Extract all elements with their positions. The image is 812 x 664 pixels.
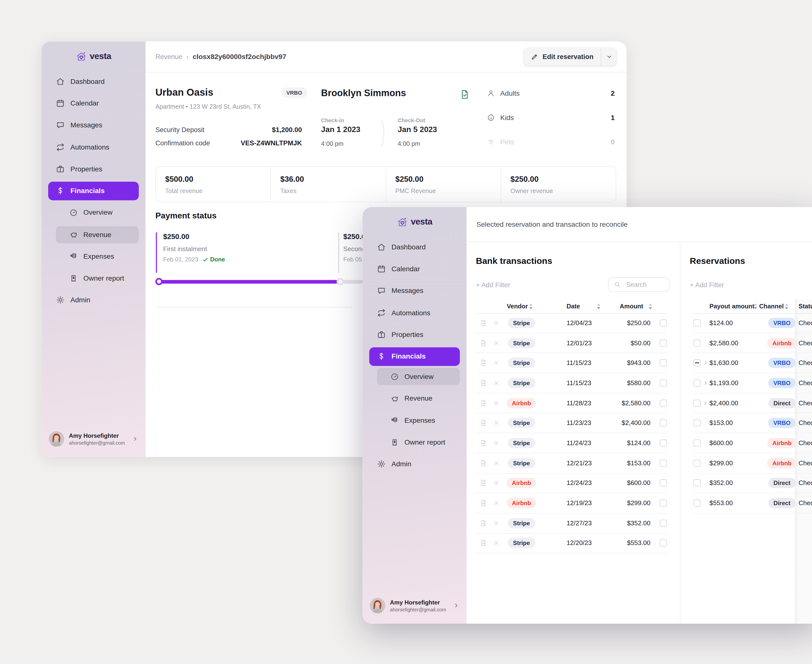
dismiss-icon[interactable] [493,360,500,366]
file-export-icon[interactable] [479,339,488,347]
row-checkbox[interactable] [693,419,701,426]
sidebar-item-calendar[interactable]: Calendar [369,258,460,280]
add-filter-link[interactable]: + Add Filter [690,281,724,289]
sidebar-item-properties[interactable]: Properties [369,324,460,345]
sidebar-item-overview[interactable]: Overview [48,202,139,223]
column-amount[interactable]: Amount [620,303,643,309]
sidebar-item-financials[interactable]: Financials [48,182,139,200]
sidebar-item-expenses[interactable]: Expenses [369,410,460,431]
expand-chevron-icon[interactable] [703,380,708,386]
sidebar-item-admin[interactable]: Admin [48,289,139,311]
sort-icon[interactable] [648,303,652,309]
bank-transaction-row[interactable]: Stripe 12/01/23 $50.00 [476,333,667,353]
dismiss-icon[interactable] [493,420,500,426]
sidebar-item-dashboard[interactable]: Dashboard [48,70,139,92]
column-vendor[interactable]: Vendor [507,303,528,309]
reservation-row[interactable]: $1,630.00 VRBO Chec [693,353,812,373]
reservation-row[interactable]: $2,580.00 Airbnb Chec [693,333,812,353]
sidebar-item-messages[interactable]: Messages [369,280,460,302]
reservation-row[interactable]: $1,193.00 VRBO Chec [693,373,812,393]
column-payout-amount[interactable]: Payout amount [709,303,754,309]
user-profile[interactable]: Amy Horsefighter ahorsefighter@gmail.com [41,431,145,457]
dismiss-icon[interactable] [493,480,500,487]
reservation-row[interactable]: $600.00 Airbnb Chec [693,433,812,453]
file-export-icon[interactable] [479,519,488,527]
column-date[interactable]: Date [566,303,580,309]
expand-chevron-icon[interactable] [703,400,708,406]
reservation-row[interactable]: $2,400.00 Direct Chec [693,393,812,413]
row-checkbox[interactable] [660,379,667,386]
file-export-icon[interactable] [479,539,488,547]
sidebar-item-admin[interactable]: Admin [369,453,460,475]
bank-transaction-row[interactable]: Stripe 12/21/23 $153.00 [476,453,667,473]
dismiss-icon[interactable] [493,340,500,346]
file-export-icon[interactable] [479,419,488,427]
sidebar-item-owner-report[interactable]: Owner report [48,267,139,289]
reservation-row[interactable]: $124.00 VRBO Chec [693,313,812,333]
sidebar-item-revenue[interactable]: Revenue [56,226,139,243]
row-checkbox[interactable] [693,319,701,326]
row-checkbox[interactable] [660,480,667,487]
row-checkbox[interactable] [693,439,701,447]
bank-transaction-row[interactable]: Stripe 12/04/23 $250.00 [476,313,667,333]
row-checkbox[interactable] [693,459,701,467]
sort-icon[interactable] [753,303,758,309]
row-checkbox[interactable] [660,439,667,447]
sidebar-item-revenue[interactable]: Revenue [369,387,460,410]
sort-icon[interactable] [597,303,601,309]
sidebar-item-automations[interactable]: Automations [369,302,460,324]
row-checkbox[interactable] [660,419,667,426]
sidebar-item-automations[interactable]: Automations [48,136,139,158]
row-checkbox[interactable] [660,319,667,326]
bank-transaction-row[interactable]: Airbnb 11/28/23 $2,580.00 [476,393,667,413]
edit-reservation-dropdown[interactable] [601,54,616,60]
bank-transaction-row[interactable]: Stripe 11/24/23 $124.00 [476,433,667,453]
file-export-icon[interactable] [479,319,488,327]
column-channel[interactable]: Channel [759,303,784,309]
bank-transaction-row[interactable]: Stripe 11/15/23 $580.00 [476,373,667,393]
row-checkbox[interactable] [660,459,667,467]
dismiss-icon[interactable] [493,380,500,386]
expand-chevron-icon[interactable] [703,360,708,366]
file-export-icon[interactable] [479,379,488,387]
sidebar-item-messages[interactable]: Messages [48,114,139,136]
breadcrumb-revenue[interactable]: Revenue [155,53,182,61]
reservation-row[interactable]: $153.00 VRBO Chec [693,413,812,433]
dismiss-icon[interactable] [493,400,500,406]
row-checkbox[interactable] [660,540,667,547]
dismiss-icon[interactable] [493,500,500,506]
sidebar-item-financials[interactable]: Financials [369,347,460,366]
search-input[interactable] [625,281,664,289]
row-checkbox[interactable] [693,339,701,347]
bank-transaction-row[interactable]: Airbnb 12/19/23 $299.00 [476,493,667,513]
search-box[interactable] [608,277,670,292]
file-export-icon[interactable] [479,459,488,467]
user-profile[interactable]: Amy Horsefighter ahorsefighter@gmail.com [362,598,466,624]
file-export-icon[interactable] [479,499,488,507]
row-checkbox[interactable] [693,399,701,407]
dismiss-icon[interactable] [493,440,500,446]
reservation-row[interactable]: $352.00 Direct Chec [693,474,812,493]
row-checkbox[interactable] [660,500,667,507]
bank-transaction-row[interactable]: Stripe 12/27/23 $352.00 [476,513,667,533]
row-checkbox[interactable] [693,480,701,487]
sort-icon[interactable] [784,303,789,309]
bank-transaction-row[interactable]: Stripe 11/23/23 $2,400.00 [476,413,667,433]
progress-dot-first[interactable] [155,278,162,285]
reservation-row[interactable]: $299.00 Airbnb Chec [693,453,812,473]
bank-transaction-row[interactable]: Stripe 12/20/23 $553.00 [476,534,667,553]
sidebar-item-dashboard[interactable]: Dashboard [369,236,460,258]
sidebar-item-owner-report[interactable]: Owner report [369,431,460,453]
row-checkbox[interactable] [693,359,701,366]
document-check-icon[interactable] [460,89,470,100]
dismiss-icon[interactable] [493,460,500,466]
sidebar-item-overview[interactable]: Overview [377,368,460,385]
row-checkbox[interactable] [693,379,701,386]
file-export-icon[interactable] [479,359,488,367]
column-status[interactable]: Status [799,303,812,309]
file-export-icon[interactable] [479,479,488,487]
sidebar-item-calendar[interactable]: Calendar [48,92,139,114]
sidebar-item-properties[interactable]: Properties [48,158,139,180]
file-export-icon[interactable] [479,399,488,407]
add-filter-link[interactable]: + Add Filter [476,281,510,289]
